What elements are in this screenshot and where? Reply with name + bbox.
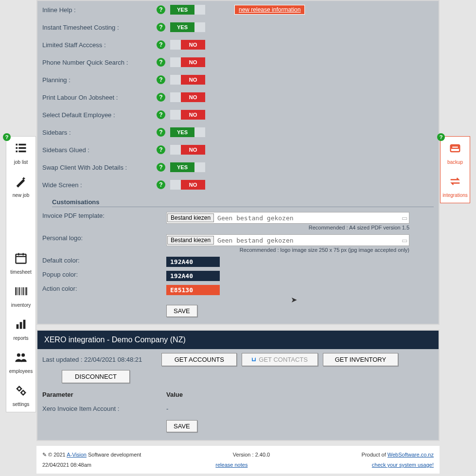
file-none-text: Geen bestand gekozen — [214, 214, 400, 222]
setting-label: Sidebars : — [42, 129, 157, 136]
settings-panel: Inline Help :?YESnew release information… — [36, 0, 440, 325]
product-link[interactable]: WebSoftware.co.nz — [388, 452, 434, 458]
svg-rect-14 — [23, 287, 24, 295]
svg-rect-1 — [18, 144, 26, 146]
barcode-icon — [14, 293, 28, 300]
invoice-template-file[interactable]: Bestand kiezen Geen bestand gekozen ▭ — [166, 212, 409, 224]
get-accounts-button[interactable]: GET ACCOUNTS — [161, 353, 237, 366]
sidebar-item-inventory[interactable]: inventory — [6, 280, 35, 313]
toggle[interactable]: NO — [170, 40, 205, 50]
sidebar-item-reports[interactable]: reports — [6, 313, 35, 346]
sidebar-item-label: employees — [8, 369, 34, 374]
svg-rect-15 — [25, 287, 25, 295]
svg-rect-2 — [16, 147, 18, 149]
file-none-text: Geen bestand gekozen — [214, 237, 400, 244]
help-icon[interactable]: ? — [157, 180, 165, 189]
popup-color-label: Popup color: — [42, 271, 166, 278]
get-inventory-button[interactable]: GET INVENTORY — [323, 353, 398, 366]
setting-row: Wide Screen :?NO — [42, 176, 434, 194]
setting-label: Inline Help : — [42, 6, 157, 14]
disconnect-button[interactable]: DISCONNECT — [62, 370, 130, 383]
wand-icon — [14, 183, 28, 190]
help-icon[interactable]: ? — [157, 93, 165, 102]
sidebar-item-label: new job — [8, 193, 34, 198]
file-choose-button[interactable]: Bestand kiezen — [167, 236, 214, 245]
people-icon — [14, 359, 28, 366]
help-icon[interactable]: ? — [157, 5, 165, 14]
svg-rect-5 — [18, 151, 26, 153]
customisations-heading: Customisations — [52, 197, 434, 207]
toggle[interactable]: NO — [170, 57, 205, 67]
usage-link[interactable]: check your system usage! — [372, 462, 434, 468]
xero-title: XERO integration - Demo Company (NZ) — [37, 331, 439, 349]
xero-panel: XERO integration - Demo Company (NZ) Las… — [36, 330, 440, 441]
logo-file[interactable]: Bestand kiezen Geen bestand gekozen ▭ — [166, 234, 409, 246]
sidebar-item-integrations[interactable]: integrations — [441, 170, 470, 203]
avision-link[interactable]: A-Vision — [67, 452, 87, 458]
help-icon[interactable]: ? — [157, 110, 165, 119]
toggle[interactable]: YES — [170, 162, 205, 172]
svg-rect-16 — [26, 287, 27, 295]
sidebar-item-label: job list — [8, 159, 34, 165]
svg-rect-4 — [16, 151, 18, 153]
spinner-icon — [252, 357, 256, 361]
toggle[interactable]: NO — [170, 92, 205, 102]
help-icon[interactable]: ? — [157, 40, 165, 49]
setting-label: Instant Timesheet Costing : — [42, 24, 157, 31]
setting-label: Wide Screen : — [42, 181, 157, 189]
value-header: Value — [166, 391, 183, 398]
file-preview-icon[interactable]: ▭ — [400, 214, 409, 222]
right-sidebar: ? backup integrations — [440, 136, 470, 203]
footer-version: Version : 2.40.0 — [141, 452, 361, 458]
sidebar-item-joblist[interactable]: job list — [6, 137, 35, 170]
sidebar-item-newjob[interactable]: new job — [6, 170, 35, 203]
release-info-link[interactable]: new release information — [234, 5, 305, 15]
help-icon[interactable]: ? — [437, 133, 445, 141]
help-icon[interactable]: ? — [157, 145, 165, 154]
help-icon[interactable]: ? — [157, 163, 165, 172]
logo-recommended: Recommended : logo image size 250 x 75 p… — [166, 247, 409, 253]
chart-icon — [14, 326, 28, 333]
xero-param-label: Xero Invoice Item Account : — [42, 405, 166, 412]
help-icon[interactable]: ? — [3, 133, 11, 141]
footer: ✎ © 2021 A-Vision Software development V… — [36, 446, 440, 474]
sidebar-item-employees[interactable]: employees — [6, 346, 35, 379]
setting-label: Planning : — [42, 76, 157, 84]
default-color-input[interactable]: 192A40 — [166, 257, 220, 267]
get-contacts-button[interactable]: GET CONTACTS — [242, 353, 318, 366]
toggle[interactable]: NO — [170, 180, 205, 190]
left-sidebar: ? job list new job timesheet inventory r… — [6, 136, 36, 412]
default-color-label: Default color: — [42, 257, 166, 264]
toggle[interactable]: YES — [170, 5, 205, 15]
popup-color-input[interactable]: 192A40 — [166, 271, 220, 281]
svg-rect-13 — [21, 287, 21, 295]
logo-label: Personal logo: — [42, 234, 166, 242]
toggle[interactable]: NO — [170, 110, 205, 120]
toggle[interactable]: YES — [170, 127, 205, 137]
exchange-icon — [448, 183, 462, 190]
release-notes-link[interactable]: release notes — [215, 462, 247, 468]
setting-row: Phone Number Quick Search :?NO — [42, 53, 434, 71]
toggle[interactable]: NO — [170, 145, 205, 155]
help-icon[interactable]: ? — [157, 75, 165, 84]
calendar-icon — [14, 260, 28, 266]
sidebar-item-timesheet[interactable]: timesheet — [6, 247, 35, 280]
help-icon[interactable]: ? — [157, 58, 165, 67]
toggle[interactable]: YES — [170, 22, 205, 32]
save-button[interactable]: SAVE — [166, 420, 197, 432]
sidebar-item-backup[interactable]: backup — [441, 137, 470, 170]
save-button[interactable]: SAVE — [166, 305, 197, 317]
svg-point-22 — [18, 387, 21, 390]
file-choose-button[interactable]: Bestand kiezen — [167, 213, 214, 222]
sidebar-item-label: settings — [8, 402, 34, 407]
help-icon[interactable]: ? — [157, 128, 165, 137]
help-icon[interactable]: ? — [157, 23, 165, 32]
disk-icon — [448, 150, 462, 157]
file-preview-icon[interactable]: ▭ — [400, 237, 409, 244]
toggle[interactable]: NO — [170, 75, 205, 85]
setting-label: Phone Number Quick Search : — [42, 59, 157, 66]
action-color-input[interactable]: E85130 — [166, 285, 220, 295]
setting-row: Instant Timesheet Costing :?YES — [42, 18, 434, 36]
setting-row: Swap Client With Job Details :?YES — [42, 159, 434, 176]
sidebar-item-settings[interactable]: settings — [6, 379, 35, 412]
